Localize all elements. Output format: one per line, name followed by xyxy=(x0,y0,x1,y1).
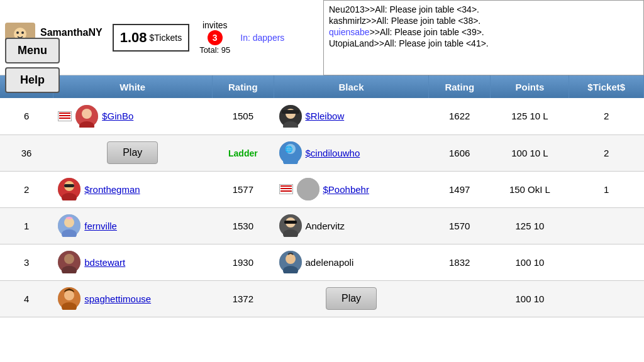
ladder-label: Ladder xyxy=(228,148,258,158)
player-avatar xyxy=(58,251,80,273)
table-header-row: Table White Rating Black Rating Points $… xyxy=(0,75,644,98)
player-name[interactable]: spaghettimouse xyxy=(84,293,151,304)
table-body: 6$GinBo1505$Rleibow1622125 10 L236PlayLa… xyxy=(0,98,644,317)
svg-point-35 xyxy=(64,290,74,300)
game-table-container: Table White Rating Black Rating Points $… xyxy=(0,75,644,317)
white-rating: 1930 xyxy=(212,244,274,280)
points: 100 10 L xyxy=(491,134,569,171)
table-num: 2 xyxy=(0,171,53,207)
tickets-section: 1.08 $Tickets xyxy=(113,24,189,52)
svg-point-3 xyxy=(16,31,19,34)
black-rating xyxy=(429,280,491,317)
player-name[interactable]: $Poohbehr xyxy=(323,184,369,195)
white-player: fernville xyxy=(53,207,212,244)
table-num: 6 xyxy=(0,98,53,134)
svg-rect-10 xyxy=(282,110,299,114)
col-white-rating: Rating xyxy=(212,75,274,98)
white-player: spaghettimouse xyxy=(53,280,212,317)
col-black-rating: Rating xyxy=(429,75,491,98)
player-avatar xyxy=(58,214,80,237)
invites-total: Total: 95 xyxy=(199,45,230,55)
points: 100 10 xyxy=(491,280,569,317)
points: 100 10 xyxy=(491,244,569,280)
buttons-section: Menu Help xyxy=(5,38,60,93)
player-name[interactable]: $cindilouwho xyxy=(306,148,360,158)
chat-user-3: quiensabe xyxy=(329,27,370,37)
player-name[interactable]: $GinBo xyxy=(102,111,133,121)
chat-user-4: UtopiaLand>>All: Please join table <41>. xyxy=(329,38,489,48)
black-player: Play xyxy=(274,280,429,317)
white-play-button[interactable]: Play xyxy=(107,141,158,164)
help-button[interactable]: Help xyxy=(5,67,60,93)
invites-badge[interactable]: 3 xyxy=(208,30,223,45)
chat-line: UtopiaLand>>All: Please join table <41>. xyxy=(329,38,638,48)
table-row: 6$GinBo1505$Rleibow1622125 10 L2 xyxy=(0,98,644,134)
tickets-amount: 1.08 xyxy=(120,30,147,46)
table-row: 4spaghettimouse1372Play100 10 xyxy=(0,280,644,317)
tickets: 1 xyxy=(569,171,644,207)
invites-label: invites xyxy=(203,20,228,30)
chat-box: Neu2013>>All: Please join table <34>. ka… xyxy=(323,0,644,75)
black-player: 🌐$cindilouwho xyxy=(274,134,429,171)
table-num: 36 xyxy=(0,134,53,171)
white-player: $GinBo xyxy=(53,98,212,134)
player-name[interactable]: $ronthegman xyxy=(84,184,140,195)
player-avatar xyxy=(279,251,302,273)
username: SamanthaNY xyxy=(40,27,103,38)
points: 125 10 xyxy=(491,207,569,244)
player-avatar xyxy=(75,105,98,128)
svg-point-29 xyxy=(64,254,74,264)
player-avatar: 🌐 xyxy=(279,141,302,164)
invites-section: invites 3 Total: 95 xyxy=(199,20,230,55)
player-name[interactable]: $Rleibow xyxy=(306,111,345,121)
player-name[interactable]: Andervitz xyxy=(306,221,345,231)
tickets: 2 xyxy=(569,98,644,134)
tickets xyxy=(569,207,644,244)
table-row: 2$ronthegman1577$Poohbehr1497150 OkI L1 xyxy=(0,171,644,207)
col-white: White xyxy=(53,75,212,98)
game-table: Table White Rating Black Rating Points $… xyxy=(0,75,644,317)
player-name[interactable]: bdstewart xyxy=(84,257,125,268)
black-rating: 1622 xyxy=(429,98,491,134)
tickets: 2 xyxy=(569,134,644,171)
svg-rect-19 xyxy=(64,184,74,187)
table-num: 3 xyxy=(0,244,53,280)
white-rating: Ladder xyxy=(212,134,274,171)
tickets xyxy=(569,280,644,317)
black-player: $Poohbehr xyxy=(274,171,429,207)
chat-line: kashmirlz>>All: Please join table <38>. xyxy=(329,16,638,26)
player-avatar xyxy=(279,214,302,237)
black-player: Andervitz xyxy=(274,207,429,244)
player-name[interactable]: adelenapoli xyxy=(306,257,354,268)
white-player: bdstewart xyxy=(53,244,212,280)
svg-point-20 xyxy=(297,178,319,200)
black-rating: 1570 xyxy=(429,207,491,244)
player-avatar xyxy=(58,287,80,310)
svg-point-6 xyxy=(82,109,92,119)
white-rating: 1372 xyxy=(212,280,274,317)
player-avatar xyxy=(297,178,319,200)
player-name[interactable]: fernville xyxy=(84,221,117,231)
black-player: $Rleibow xyxy=(274,98,429,134)
table-row: 1fernville1530Andervitz1570125 10 xyxy=(0,207,644,244)
white-rating: 1505 xyxy=(212,98,274,134)
chat-user-1: Neu2013>>All: Please join table <34>. xyxy=(329,4,479,14)
points: 125 10 L xyxy=(491,98,569,134)
chat-line: Neu2013>>All: Please join table <34>. xyxy=(329,4,638,14)
flag-icon xyxy=(58,111,72,121)
menu-button[interactable]: Menu xyxy=(5,38,60,63)
player-avatar xyxy=(58,178,80,200)
col-tickets: $Ticket$ xyxy=(569,75,644,98)
chat-user-2: kashmirlz>>All: Please join table <38>. xyxy=(329,16,480,26)
tickets-label: $Tickets xyxy=(150,33,182,43)
tickets xyxy=(569,244,644,280)
svg-point-4 xyxy=(21,31,24,34)
svg-rect-26 xyxy=(284,221,297,224)
in-currency: In: dappers xyxy=(240,33,284,43)
chat-suffix-3: >>All: Please join table <39>. xyxy=(370,27,484,37)
table-num: 4 xyxy=(0,280,53,317)
col-black: Black xyxy=(274,75,429,98)
black-play-button[interactable]: Play xyxy=(326,287,377,310)
col-points: Points xyxy=(491,75,569,98)
player-avatar xyxy=(279,105,302,128)
